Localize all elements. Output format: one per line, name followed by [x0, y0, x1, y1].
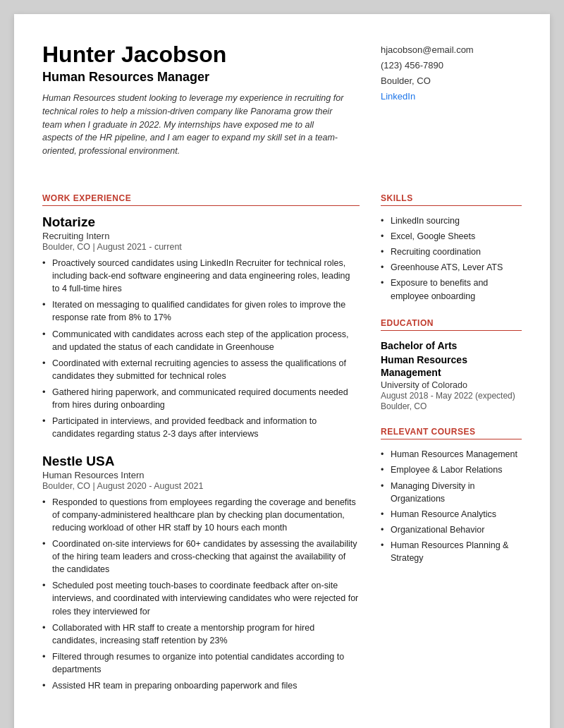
- linkedin-link[interactable]: LinkedIn: [381, 91, 415, 102]
- courses-header: RELEVANT COURSES: [381, 427, 522, 439]
- candidate-title: Human Resources Manager: [42, 70, 381, 85]
- bullet-item: Proactively sourced candidates using Lin…: [42, 257, 360, 295]
- company-notarize: Notarize: [42, 214, 360, 230]
- bullet-item: Assisted HR team in preparing onboarding…: [42, 679, 360, 692]
- header-left: Hunter Jacobson Human Resources Manager …: [42, 42, 381, 158]
- course-item: Human Resources Management: [381, 448, 522, 461]
- job-nestle: Nestle USA Human Resources Intern Boulde…: [42, 454, 360, 693]
- courses-list: Human Resources Management Employee & La…: [381, 448, 522, 564]
- bullet-item: Communicated with candidates across each…: [42, 328, 360, 353]
- job-bullets-notarize: Proactively sourced candidates using Lin…: [42, 257, 360, 441]
- skill-item: Recruiting coordination: [381, 245, 522, 258]
- location: Boulder, CO: [381, 73, 522, 89]
- phone: (123) 456-7890: [381, 58, 522, 73]
- job-location-nestle: Boulder, CO | August 2020 - August 2021: [42, 481, 360, 491]
- email: hjacobson@email.com: [381, 42, 522, 58]
- bullet-item: Participated in interviews, and provided…: [42, 415, 360, 440]
- course-item: Human Resources Planning & Strategy: [381, 539, 522, 564]
- course-item: Human Resource Analytics: [381, 508, 522, 521]
- course-item: Managing Diversity in Organizations: [381, 480, 522, 505]
- job-notarize: Notarize Recruiting Intern Boulder, CO |…: [42, 214, 360, 441]
- bullet-item: Scheduled post meeting touch-bases to co…: [42, 579, 360, 617]
- bullet-item: Collaborated with HR staff to create a m…: [42, 621, 360, 647]
- skill-item: Greenhouse ATS, Lever ATS: [381, 261, 522, 274]
- bullet-item: Gathered hiring paperwork, and communica…: [42, 386, 360, 411]
- right-column: SKILLS LinkedIn sourcing Excel, Google S…: [381, 178, 522, 705]
- course-item: Employee & Labor Relations: [381, 463, 522, 476]
- bullet-item: Filtered through resumes to organize int…: [42, 650, 360, 676]
- skill-item: LinkedIn sourcing: [381, 214, 522, 227]
- job-location-notarize: Boulder, CO | August 2021 - current: [42, 242, 360, 252]
- header-right: hjacobson@email.com (123) 456-7890 Bould…: [381, 42, 522, 158]
- bullet-item: Responded to questions from employees re…: [42, 496, 360, 534]
- bullet-item: Iterated on messaging to qualified candi…: [42, 298, 360, 324]
- header-section: Hunter Jacobson Human Resources Manager …: [42, 42, 522, 158]
- company-nestle: Nestle USA: [42, 454, 360, 469]
- edu-major: Human Resources Management: [381, 353, 522, 379]
- skill-item: Excel, Google Sheets: [381, 230, 522, 243]
- skills-header: SKILLS: [381, 193, 522, 206]
- skills-list: LinkedIn sourcing Excel, Google Sheets R…: [381, 214, 522, 303]
- work-experience-header: WORK EXPERIENCE: [42, 193, 360, 206]
- job-bullets-nestle: Responded to questions from employees re…: [42, 496, 360, 693]
- candidate-summary: Human Resources student looking to lever…: [42, 92, 345, 158]
- job-title-notarize: Recruiting Intern: [42, 231, 360, 241]
- bullet-item: Coordinated on-site interviews for 60+ c…: [42, 538, 360, 576]
- left-column: WORK EXPERIENCE Notarize Recruiting Inte…: [42, 178, 360, 705]
- course-item: Organizational Behavior: [381, 523, 522, 536]
- candidate-name: Hunter Jacobson: [42, 42, 381, 67]
- skill-item: Exposure to benefits and employee onboar…: [381, 277, 522, 302]
- edu-degree: Bachelor of Arts: [381, 339, 522, 352]
- edu-school: University of Colorado: [381, 380, 522, 390]
- edu-dates: August 2018 - May 2022 (expected): [381, 391, 522, 401]
- education-header: EDUCATION: [381, 318, 522, 331]
- job-title-nestle: Human Resources Intern: [42, 470, 360, 480]
- edu-location: Boulder, CO: [381, 401, 522, 411]
- bullet-item: Coordinated with external recruiting age…: [42, 357, 360, 382]
- resume-page: Hunter Jacobson Human Resources Manager …: [14, 14, 550, 728]
- resume-body: WORK EXPERIENCE Notarize Recruiting Inte…: [42, 178, 522, 705]
